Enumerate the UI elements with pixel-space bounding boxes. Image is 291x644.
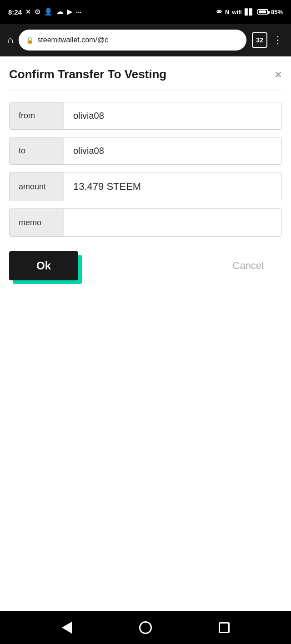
to-label: to [10, 137, 64, 164]
tab-count[interactable]: 32 [252, 32, 267, 48]
recents-icon [219, 622, 230, 633]
main-content: Confirm Transfer To Vesting × from olivi… [0, 56, 291, 611]
dialog: Confirm Transfer To Vesting × from olivi… [9, 67, 282, 280]
battery-percent: 85% [271, 9, 283, 15]
from-field: from olivia08 [9, 102, 282, 130]
cloud-icon: ☁ [56, 8, 63, 16]
cancel-button[interactable]: Cancel [215, 252, 282, 280]
nfc-icon: N [225, 9, 229, 15]
menu-dots[interactable]: ⋮ [273, 34, 284, 46]
person-icon: 👤 [44, 8, 53, 16]
amount-value: 13.479 STEEM [64, 172, 281, 201]
to-field: to olivia08 [9, 137, 282, 165]
url-bar[interactable]: 🔒 steemitwallet.com/@c [19, 30, 246, 51]
x-icon: ✕ [25, 8, 31, 15]
status-bar: 8:24 ✕ ⊙ 👤 ☁ ▶ ··· 👁 N wifi ▋▋ 85% [0, 0, 291, 24]
memo-field: memo [9, 208, 282, 237]
memo-value[interactable] [64, 209, 281, 236]
from-value: olivia08 [64, 102, 281, 129]
back-button[interactable] [58, 619, 76, 637]
dialog-header: Confirm Transfer To Vesting × [9, 67, 282, 81]
eye-icon: 👁 [216, 9, 222, 15]
ok-button[interactable]: Ok [9, 251, 78, 280]
status-bar-left: 8:24 ✕ ⊙ 👤 ☁ ▶ ··· [8, 8, 82, 16]
back-icon [62, 622, 72, 634]
amount-label: amount [10, 172, 64, 201]
ok-button-wrapper: Ok [9, 251, 78, 280]
divider [9, 91, 282, 91]
wifi-icon: wifi [232, 9, 242, 15]
close-button[interactable]: × [275, 68, 282, 81]
messenger-icon: ⊙ [35, 8, 40, 16]
youtube-icon: ▶ [67, 8, 72, 16]
dialog-title: Confirm Transfer To Vesting [9, 67, 275, 81]
status-bar-right: 👁 N wifi ▋▋ 85% [216, 9, 283, 15]
to-value: olivia08 [64, 137, 281, 164]
signal-icon: ▋▋ [245, 9, 254, 15]
amount-field: amount 13.479 STEEM [9, 172, 282, 201]
from-label: from [10, 102, 64, 129]
bottom-nav [0, 611, 291, 644]
home-button[interactable]: ⌂ [7, 34, 13, 46]
ellipsis-icon: ··· [76, 8, 82, 16]
battery-icon [257, 9, 268, 15]
home-nav-button[interactable] [136, 619, 155, 637]
url-text: steemitwallet.com/@c [37, 36, 239, 44]
home-nav-icon [139, 621, 152, 634]
lock-icon: 🔒 [26, 36, 34, 44]
time: 8:24 [8, 8, 22, 16]
button-row: Ok Cancel [9, 251, 282, 280]
memo-label: memo [10, 209, 64, 236]
browser-bar: ⌂ 🔒 steemitwallet.com/@c 32 ⋮ [0, 24, 291, 56]
recents-button[interactable] [215, 619, 233, 637]
